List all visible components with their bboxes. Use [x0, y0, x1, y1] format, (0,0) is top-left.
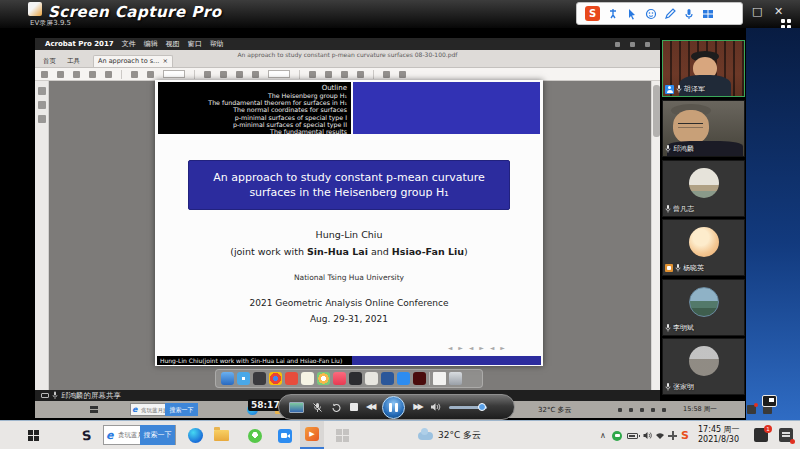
vertical-scrollbar[interactable] — [651, 81, 660, 390]
dock-keynote-icon[interactable] — [285, 372, 298, 385]
beamer-nav-symbols: ◄ ► ◄ ► ◄ ► — [448, 344, 507, 351]
participant-video-2[interactable]: 邱鸿麟 — [662, 100, 745, 157]
browser-360-icon[interactable] — [248, 421, 262, 449]
volume-slider-knob[interactable] — [478, 403, 486, 411]
comment-icon[interactable] — [383, 71, 390, 78]
weather-icon[interactable] — [418, 421, 433, 449]
coauthor-2: Hsiao-Fan Liu — [392, 246, 464, 257]
pause-button[interactable] — [382, 396, 405, 419]
participant-video-6[interactable]: 张家明 — [662, 338, 745, 395]
menu-icon[interactable] — [41, 71, 48, 78]
maximize-button[interactable]: □ — [752, 6, 762, 17]
dock-word-icon[interactable] — [381, 372, 394, 385]
home-icon[interactable] — [57, 71, 64, 78]
pencil-icon[interactable] — [664, 8, 676, 20]
dock-trash-icon[interactable] — [449, 372, 462, 385]
menu-window[interactable]: 窗口 — [188, 39, 202, 49]
menu-help[interactable]: 帮助 — [210, 39, 224, 49]
close-button[interactable]: ✕ — [774, 6, 783, 17]
edge-icon[interactable] — [188, 421, 203, 449]
page-number-field[interactable] — [163, 70, 185, 78]
recorded-weather: 32°C 多云 — [538, 401, 572, 418]
tab-tools[interactable]: 工具 — [67, 56, 80, 67]
dock-acrobat-icon[interactable] — [413, 372, 426, 385]
start-button[interactable] — [28, 421, 39, 449]
zoom-out-icon[interactable] — [236, 71, 243, 78]
panel-layout-icon[interactable] — [702, 8, 714, 20]
file-explorer-icon[interactable] — [214, 421, 229, 449]
attachments-panel-icon[interactable] — [38, 115, 46, 123]
prev-page-icon[interactable] — [131, 71, 138, 78]
repeat-icon[interactable] — [331, 402, 342, 413]
dock-photos-icon[interactable] — [317, 372, 330, 385]
tab-close-icon[interactable]: × — [163, 56, 168, 67]
dock-music-icon[interactable] — [333, 372, 346, 385]
tab-document[interactable]: An approach to s... × — [93, 55, 173, 67]
dock-tex-icon[interactable] — [365, 372, 378, 385]
sogou-tray-icon[interactable]: S — [681, 421, 689, 449]
ime-icon[interactable] — [668, 421, 677, 449]
dock-safari-icon[interactable] — [237, 372, 250, 385]
safety-tray-icon[interactable] — [612, 421, 622, 449]
annotate-icon[interactable] — [341, 71, 348, 78]
participant-video-4[interactable]: 杨晓英 — [662, 219, 745, 276]
dock-chrome-icon[interactable] — [269, 372, 282, 385]
dock-document-icon[interactable] — [433, 372, 446, 385]
network-icon[interactable] — [655, 421, 665, 449]
stop-button[interactable] — [350, 403, 358, 411]
tab-home[interactable]: 首页 — [43, 56, 56, 67]
clipboard-icon[interactable] — [325, 71, 332, 78]
weather-text[interactable]: 32°C 多云 — [438, 421, 481, 449]
participant-video-3[interactable]: 曾凡志 — [662, 160, 745, 217]
media-player-taskbar-item[interactable]: ▶ — [300, 421, 324, 449]
participant-video-5[interactable]: 李明斌 — [662, 279, 745, 336]
rotate-icon[interactable] — [309, 71, 316, 78]
emoji-icon[interactable] — [645, 8, 657, 20]
participant-video-1[interactable]: 胡泽军 — [662, 40, 745, 97]
pin-icon[interactable] — [607, 8, 619, 20]
desktop-wallpaper — [746, 28, 800, 420]
recorder-logo-icon: S — [585, 6, 600, 21]
dock-camera-icon[interactable] — [349, 372, 362, 385]
frame-thumbnail-button[interactable] — [289, 402, 304, 413]
picture-in-picture-button[interactable] — [762, 395, 777, 407]
draw-icon[interactable] — [399, 71, 406, 78]
mic-icon[interactable] — [683, 8, 695, 20]
notification-icon[interactable]: 1 — [754, 428, 768, 442]
dock-meeting-icon[interactable] — [397, 372, 410, 385]
zoom-level-field[interactable] — [268, 70, 290, 78]
mute-icon[interactable] — [312, 402, 323, 413]
save-icon[interactable] — [89, 71, 96, 78]
recorded-notification-icon — [747, 405, 756, 414]
hand-tool-icon[interactable] — [220, 71, 227, 78]
menu-edit[interactable]: 编辑 — [144, 39, 158, 49]
forward-button[interactable]: ▶▶ — [413, 403, 421, 411]
s-app-icon[interactable]: S — [82, 421, 91, 449]
cursor-icon[interactable] — [626, 8, 638, 20]
action-center-icon[interactable] — [779, 428, 793, 442]
volume-slider[interactable] — [449, 402, 487, 412]
speaker-icon[interactable] — [643, 421, 652, 449]
dock-settings-icon[interactable] — [253, 372, 266, 385]
zoom-in-icon[interactable] — [252, 71, 259, 78]
battery-icon[interactable] — [627, 421, 638, 449]
taskbar-search-button[interactable]: 搜索一下 — [140, 425, 175, 445]
menu-file[interactable]: 文件 — [122, 39, 136, 49]
scrollbar-thumb[interactable] — [653, 85, 660, 137]
thumbnails-panel-icon[interactable] — [38, 87, 46, 95]
search-icon[interactable] — [105, 71, 112, 78]
dock-finder-icon[interactable] — [221, 372, 234, 385]
pinned-app-icon[interactable] — [336, 421, 349, 449]
next-page-icon[interactable] — [147, 71, 154, 78]
meeting-app-icon[interactable] — [278, 421, 292, 449]
select-tool-icon[interactable] — [204, 71, 211, 78]
taskbar-clock[interactable]: 17:45 周一 2021/8/30 — [698, 425, 748, 445]
dock-notes-icon[interactable] — [301, 372, 314, 385]
volume-icon[interactable] — [430, 402, 441, 412]
print-icon[interactable] — [73, 71, 80, 78]
highlight-icon[interactable] — [357, 71, 364, 78]
bookmarks-panel-icon[interactable] — [38, 101, 46, 109]
menu-view[interactable]: 视图 — [166, 39, 180, 49]
rewind-button[interactable]: ◀◀ — [366, 403, 374, 411]
tray-expand-icon[interactable]: ∧ — [600, 421, 606, 449]
